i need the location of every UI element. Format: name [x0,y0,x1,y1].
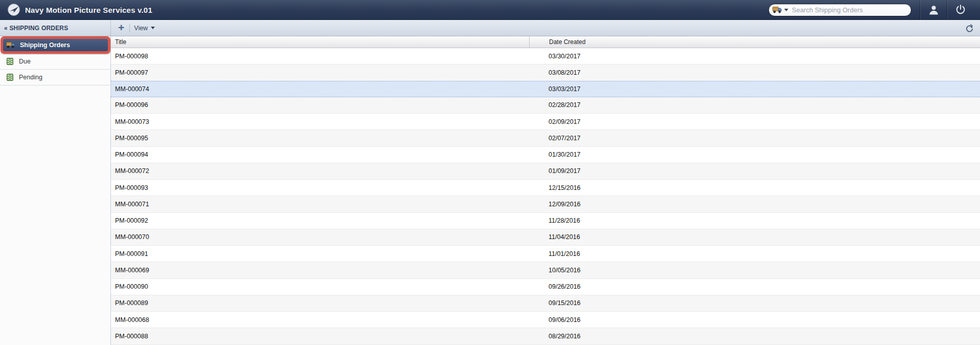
app-logo-paper-plane-icon [7,3,20,16]
row-title: MM-000074 [111,81,529,97]
sidebar-item-label: Due [19,58,31,65]
table-row[interactable]: PM-000090 09/26/2016 [111,279,980,295]
row-title: PM-000094 [111,147,529,163]
content-area: Shipping Orders Due [0,36,980,345]
sidebar: Shipping Orders Due [0,36,111,345]
table-row[interactable]: MM-000068 09/06/2016 [111,312,980,328]
search-input[interactable] [788,6,906,14]
sidebar-item-due[interactable]: Due [0,54,110,70]
table-row[interactable]: PM-000095 02/07/2017 [111,130,980,146]
power-icon [955,4,966,15]
row-date-created: 09/06/2016 [529,312,980,328]
sidebar-item-shipping-orders[interactable]: Shipping Orders [3,39,108,51]
table-body: PM-000098 03/30/2017 PM-000097 03/08/201… [111,48,980,345]
row-date-created: 11/28/2016 [529,213,980,229]
table-row[interactable]: PM-000096 02/28/2017 [111,97,980,114]
table-row[interactable]: MM-000073 02/09/2017 [111,114,980,130]
row-date-created: 02/09/2017 [529,114,980,130]
app-title: Navy Motion Picture Services v.01 [25,6,152,14]
table-row[interactable]: MM-000072 01/09/2017 [111,163,980,180]
search-box[interactable] [768,4,911,16]
row-date-created: 08/29/2016 [529,328,980,344]
row-title: MM-000070 [111,229,529,245]
sidebar-item-label: Pending [19,74,42,81]
add-button[interactable]: + [116,22,126,34]
row-date-created: 11/04/2016 [529,229,980,245]
toolbar-main: + View [111,20,980,36]
table-header: Title Date Created [111,36,980,48]
table-row[interactable]: PM-000092 11/28/2016 [111,213,980,229]
logout-button[interactable] [947,0,974,20]
row-title: MM-000069 [111,262,529,278]
app-window: Navy Motion Picture Services v.01 [0,0,980,345]
table-row[interactable]: PM-000093 12/15/2016 [111,180,980,196]
person-icon [928,4,940,16]
table-row[interactable]: MM-000069 10/05/2016 [111,262,980,278]
row-title: PM-000089 [111,295,529,311]
row-date-created: 03/30/2017 [529,48,980,64]
header-actions [768,0,974,19]
row-title: PM-000092 [111,213,529,229]
row-date-created: 09/26/2016 [529,279,980,295]
row-date-created: 02/28/2017 [529,97,980,113]
brand: Navy Motion Picture Services v.01 [7,3,152,16]
row-date-created: 02/07/2017 [529,130,980,146]
user-button[interactable] [920,0,947,20]
row-title: MM-000071 [111,196,529,212]
table-row[interactable]: PM-000088 08/29/2016 [111,328,980,344]
row-date-created: 12/15/2016 [529,180,980,196]
film-icon [5,74,15,81]
shipping-orders-table: Title Date Created PM-000098 03/30/2017 … [111,36,980,345]
app-header: Navy Motion Picture Services v.01 [0,0,980,20]
column-header-title[interactable]: Title [111,36,529,48]
row-title: PM-000091 [111,246,529,262]
row-date-created: 09/15/2016 [529,295,980,311]
row-title: MM-000072 [111,163,529,179]
row-title: MM-000073 [111,114,529,130]
view-dropdown[interactable]: View [134,25,155,32]
row-date-created: 01/09/2017 [529,163,980,179]
row-title: PM-000088 [111,328,529,344]
film-icon [5,58,15,65]
refresh-icon [966,24,973,32]
table-row[interactable]: PM-000094 01/30/2017 [111,147,980,163]
row-title: PM-000097 [111,64,529,80]
sidebar-item-label: Shipping Orders [20,41,70,49]
table-row[interactable]: PM-000091 11/01/2016 [111,246,980,262]
table-row[interactable]: PM-000089 09/15/2016 [111,295,980,312]
row-date-created: 03/08/2017 [529,64,980,80]
row-date-created: 12/09/2016 [529,196,980,212]
row-date-created: 10/05/2016 [529,262,980,278]
view-dropdown-label: View [134,25,148,32]
row-title: PM-000093 [111,180,529,196]
row-date-created: 11/01/2016 [529,246,980,262]
row-title: PM-000090 [111,279,529,295]
search-scope-caret-icon[interactable] [784,9,788,11]
table-row[interactable]: PM-000098 03/30/2017 [111,48,980,64]
table-row[interactable]: MM-000070 11/04/2016 [111,229,980,246]
sidebar-item-pending[interactable]: Pending [0,70,110,85]
search-scope-truck-icon[interactable] [772,7,782,13]
chevron-down-icon [151,27,155,29]
row-title: PM-000098 [111,48,529,64]
row-title: PM-000096 [111,97,529,113]
table-row[interactable]: PM-000097 03/08/2017 [111,64,980,81]
table-row[interactable]: MM-000074 03/03/2017 [111,81,980,97]
annotation-highlight-box: Shipping Orders [1,36,110,54]
toolbar: « SHIPPING ORDERS + View [0,20,980,36]
row-title: MM-000068 [111,312,529,328]
truck-icon [6,42,16,48]
row-date-created: 03/03/2017 [529,81,980,97]
row-date-created: 01/30/2017 [529,147,980,163]
table-row[interactable]: MM-000071 12/09/2016 [111,196,980,212]
refresh-button[interactable] [966,24,973,32]
breadcrumb-shipping-orders[interactable]: « SHIPPING ORDERS [0,20,111,36]
column-header-date-created[interactable]: Date Created [529,36,980,48]
toolbar-separator [129,24,130,32]
row-title: PM-000095 [111,130,529,146]
breadcrumb-label: « SHIPPING ORDERS [4,25,68,32]
